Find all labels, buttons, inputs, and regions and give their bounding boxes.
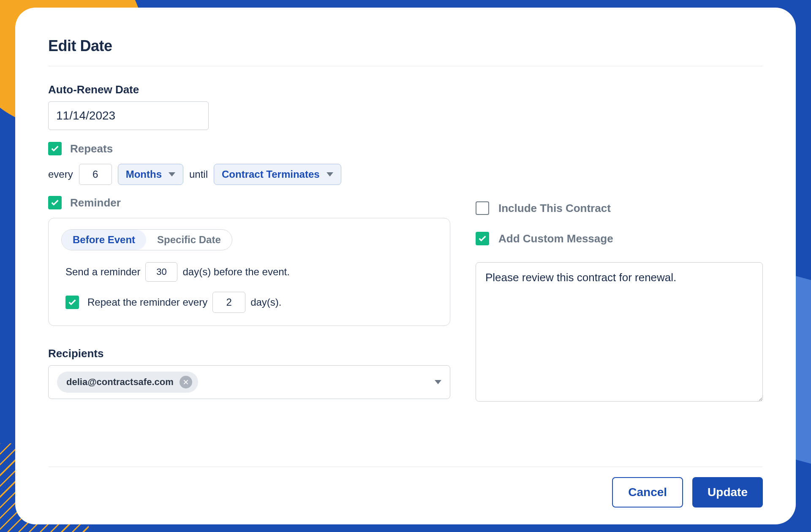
repeats-checkbox[interactable] bbox=[48, 142, 62, 155]
repeats-label: Repeats bbox=[70, 142, 113, 155]
reminder-type-segmented: Before Event Specific Date bbox=[61, 229, 232, 250]
days-before-input[interactable] bbox=[145, 262, 177, 282]
reminder-row: Reminder bbox=[48, 196, 450, 209]
repeat-until-select[interactable]: Contract Terminates bbox=[214, 164, 341, 185]
remove-recipient-button[interactable] bbox=[180, 376, 192, 388]
repeat-frequency-row: every Months until Contract Terminates bbox=[48, 164, 450, 185]
close-icon bbox=[183, 379, 189, 385]
chevron-down-icon bbox=[327, 172, 333, 176]
right-column: Include This Contract Add Custom Message bbox=[476, 83, 763, 458]
repeat-reminder-row: Repeat the reminder every day(s). bbox=[61, 292, 437, 313]
recipients-label: Recipients bbox=[48, 347, 450, 360]
repeat-reminder-suffix: day(s). bbox=[250, 296, 281, 308]
until-label: until bbox=[189, 168, 208, 180]
custom-message-checkbox[interactable] bbox=[476, 232, 489, 245]
include-contract-label: Include This Contract bbox=[498, 202, 611, 215]
cancel-button[interactable]: Cancel bbox=[612, 477, 683, 508]
tab-before-event[interactable]: Before Event bbox=[62, 230, 146, 250]
left-column: Auto-Renew Date Repeats every Months bbox=[48, 83, 450, 458]
send-reminder-line: Send a reminder day(s) before the event. bbox=[61, 262, 437, 282]
repeat-reminder-prefix: Repeat the reminder every bbox=[87, 296, 207, 308]
update-button[interactable]: Update bbox=[692, 477, 763, 508]
chevron-down-icon bbox=[169, 172, 175, 176]
repeat-until-label: Contract Terminates bbox=[222, 168, 320, 180]
tab-specific-date[interactable]: Specific Date bbox=[146, 230, 232, 250]
include-contract-checkbox[interactable] bbox=[476, 201, 489, 215]
send-reminder-suffix: day(s) before the event. bbox=[182, 266, 289, 278]
modal-body: Auto-Renew Date Repeats every Months bbox=[48, 66, 763, 458]
recipient-chip: delia@contractsafe.com bbox=[57, 372, 198, 393]
send-reminder-prefix: Send a reminder bbox=[65, 266, 140, 278]
edit-date-modal: Edit Date Auto-Renew Date Repeats every bbox=[15, 8, 796, 524]
check-icon bbox=[50, 144, 60, 153]
check-icon bbox=[68, 298, 77, 307]
every-label: every bbox=[48, 168, 73, 180]
reminder-label: Reminder bbox=[70, 196, 121, 209]
repeat-unit-label: Months bbox=[126, 168, 162, 180]
repeat-unit-select[interactable]: Months bbox=[118, 164, 183, 185]
auto-renew-label: Auto-Renew Date bbox=[48, 83, 450, 96]
include-contract-row: Include This Contract bbox=[476, 201, 763, 215]
check-icon bbox=[478, 234, 487, 243]
recipients-select[interactable]: delia@contractsafe.com bbox=[48, 365, 450, 399]
recipient-chip-label: delia@contractsafe.com bbox=[66, 377, 174, 388]
custom-message-label: Add Custom Message bbox=[498, 232, 613, 245]
repeat-reminder-checkbox[interactable] bbox=[65, 296, 79, 309]
chevron-down-icon bbox=[435, 380, 441, 384]
check-icon bbox=[50, 198, 60, 207]
repeat-reminder-days-input[interactable] bbox=[212, 292, 245, 313]
custom-message-row: Add Custom Message bbox=[476, 232, 763, 245]
modal-title: Edit Date bbox=[48, 37, 763, 66]
repeat-count-input[interactable] bbox=[79, 164, 112, 185]
auto-renew-date-input[interactable] bbox=[56, 109, 207, 122]
reminder-checkbox[interactable] bbox=[48, 196, 62, 209]
custom-message-textarea[interactable] bbox=[476, 262, 763, 402]
modal-footer: Cancel Update bbox=[48, 467, 763, 508]
repeats-row: Repeats bbox=[48, 142, 450, 155]
auto-renew-date-field[interactable] bbox=[48, 101, 209, 130]
reminder-settings-box: Before Event Specific Date Send a remind… bbox=[48, 218, 450, 326]
